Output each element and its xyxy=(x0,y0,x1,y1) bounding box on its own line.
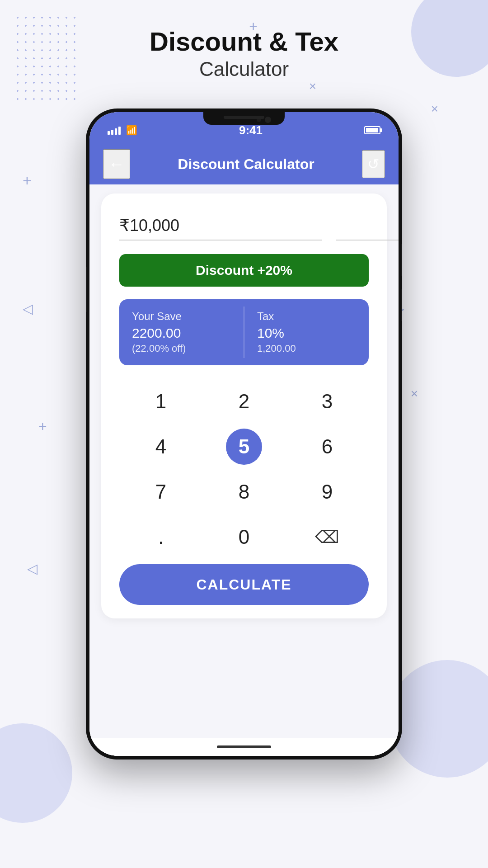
cross-symbol-1: × xyxy=(309,79,316,94)
tax-input[interactable] xyxy=(336,212,399,241)
numpad-key-8[interactable]: 8 xyxy=(226,474,262,510)
plus-symbol-2: + xyxy=(23,172,32,189)
your-save-label: Your Save xyxy=(132,310,231,323)
discount-label: Discount xyxy=(196,263,253,278)
battery-icon xyxy=(364,126,380,134)
input-row xyxy=(119,212,369,241)
bg-circle-bottom-right xyxy=(389,660,488,778)
discount-value: +20% xyxy=(257,263,292,278)
numpad-key-wrap-⌫: ⌫ xyxy=(286,514,369,560)
page-title-main: Discount & Tex xyxy=(0,27,488,56)
page-title-area: Discount & Tex Calculator xyxy=(0,27,488,80)
numpad-key-wrap-8: 8 xyxy=(202,469,286,514)
speaker-bar xyxy=(224,116,264,119)
numpad-key-9[interactable]: 9 xyxy=(309,474,345,510)
your-save-percent: (22.00% off) xyxy=(132,343,231,354)
numpad-key-wrap-7: 7 xyxy=(119,469,202,514)
backspace-icon: ⌫ xyxy=(315,528,339,547)
numpad-key-7[interactable]: 7 xyxy=(143,474,179,510)
numpad-key-3[interactable]: 3 xyxy=(309,383,345,420)
numpad-key-wrap-3: 3 xyxy=(286,379,369,424)
numpad-key-1[interactable]: 1 xyxy=(143,383,179,420)
triangle-symbol-3: ◁ xyxy=(27,561,38,576)
bottom-bar xyxy=(89,738,399,756)
numpad-key-wrap-2: 2 xyxy=(202,379,286,424)
numpad-key-wrap-0: 0 xyxy=(202,514,286,560)
battery-fill xyxy=(366,128,378,132)
numpad-key-0[interactable]: 0 xyxy=(226,519,262,555)
plus-symbol-3: + xyxy=(38,418,47,435)
numpad: 123456789.0⌫ xyxy=(119,379,369,560)
page-title-sub: Calculator xyxy=(0,58,488,80)
tax-label: Tax xyxy=(257,310,356,323)
bg-circle-bottom-left xyxy=(0,723,72,823)
tax-amount: 1,200.00 xyxy=(257,343,356,354)
results-card: Your Save 2200.00 (22.00% off) Tax 10% 1… xyxy=(119,299,369,365)
phone-screen: 📶 9:41 ← Discount Calculator ↺ xyxy=(89,112,399,756)
numpad-key-wrap-9: 9 xyxy=(286,469,369,514)
wifi-icon: 📶 xyxy=(126,125,137,136)
refresh-button[interactable]: ↺ xyxy=(362,150,385,178)
header-title: Discount Calculator xyxy=(178,156,314,173)
calculator-card: Discount +20% Your Save 2200.00 (22.00% … xyxy=(101,193,387,618)
app-header: ← Discount Calculator ↺ xyxy=(89,144,399,184)
status-left: 📶 xyxy=(108,125,137,136)
tax-percent-value: 10% xyxy=(257,326,356,341)
numpad-key-wrap-6: 6 xyxy=(286,424,369,469)
calculate-button[interactable]: CALCULATE xyxy=(119,564,369,605)
numpad-key-6[interactable]: 6 xyxy=(309,429,345,465)
numpad-key-wrap-4: 4 xyxy=(119,424,202,469)
numpad-key-2[interactable]: 2 xyxy=(226,383,262,420)
home-indicator xyxy=(217,745,271,748)
phone-frame: 📶 9:41 ← Discount Calculator ↺ xyxy=(86,108,402,760)
numpad-key-.[interactable]: . xyxy=(143,519,179,555)
cross-symbol-2: × xyxy=(431,102,438,116)
numpad-key-4[interactable]: 4 xyxy=(143,429,179,465)
status-time: 9:41 xyxy=(239,123,263,137)
discount-button[interactable]: Discount +20% xyxy=(119,254,369,287)
numpad-key-wrap-5: 5 xyxy=(202,424,286,469)
triangle-symbol-1: ◁ xyxy=(23,301,33,316)
phone-inner: 📶 9:41 ← Discount Calculator ↺ xyxy=(89,112,399,756)
price-input[interactable] xyxy=(119,212,322,241)
back-button[interactable]: ← xyxy=(103,149,130,179)
cross-symbol-3: × xyxy=(411,387,418,401)
numpad-key-wrap-.: . xyxy=(119,514,202,560)
your-save-section: Your Save 2200.00 (22.00% off) xyxy=(119,299,244,365)
tax-section: Tax 10% 1,200.00 xyxy=(244,299,369,365)
status-right xyxy=(364,126,380,134)
numpad-key-5[interactable]: 5 xyxy=(226,429,262,465)
your-save-amount: 2200.00 xyxy=(132,326,231,341)
signal-icon xyxy=(108,126,121,135)
scrollable-content: Discount +20% Your Save 2200.00 (22.00% … xyxy=(89,184,399,756)
numpad-key-wrap-1: 1 xyxy=(119,379,202,424)
numpad-key-⌫[interactable]: ⌫ xyxy=(309,519,345,555)
